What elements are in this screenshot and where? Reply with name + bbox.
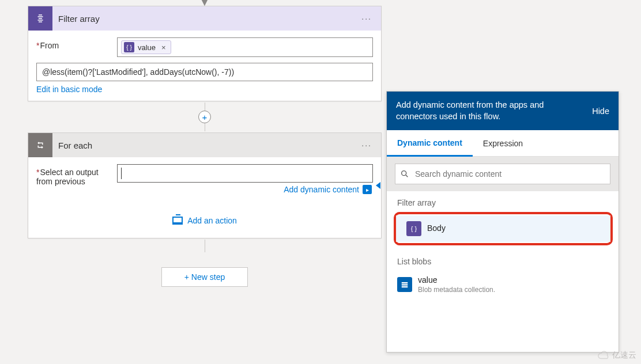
dynamic-content-toggle-icon[interactable]: ▸ [363, 185, 372, 194]
search-icon [400, 169, 409, 179]
select-output-label: *Select an output from previous [36, 164, 117, 186]
tab-dynamic-content[interactable]: Dynamic content [387, 131, 473, 157]
add-action-label: Add an action [187, 216, 237, 225]
add-action-button[interactable]: Add an action [36, 200, 373, 238]
dynamic-content-tabs: Dynamic content Expression [387, 130, 619, 157]
dcp-section-list-blobs: List blobs [387, 250, 619, 270]
dynamic-content-banner: Add dynamic content from the apps and co… [387, 92, 619, 130]
dynamic-content-search-input[interactable] [414, 169, 605, 179]
for-each-header[interactable]: For each ··· [28, 133, 381, 157]
dynamic-content-banner-text: Add dynamic content from the apps and co… [396, 100, 569, 122]
svg-rect-3 [402, 286, 408, 287]
svg-rect-1 [402, 282, 408, 283]
dcp-item-value-desc: Blob metadata collection. [418, 286, 495, 294]
dcp-section-filter-array: Filter array [387, 191, 619, 211]
panel-pointer-icon [376, 182, 380, 189]
for-each-icon [28, 133, 52, 157]
svg-point-0 [402, 171, 406, 176]
annotation-highlight: { } Body [394, 212, 613, 245]
dynamic-content-panel: Add dynamic content from the apps and co… [386, 91, 619, 352]
data-operations-icon: { } [124, 42, 134, 52]
card-menu-button[interactable]: ··· [358, 14, 375, 23]
from-field[interactable]: { } value × [117, 37, 373, 57]
new-step-button[interactable]: + New step [161, 267, 248, 287]
edit-basic-mode-link[interactable]: Edit in basic mode [36, 85, 373, 94]
filter-array-header[interactable]: Filter array ··· [28, 6, 381, 31]
data-operations-icon: { } [406, 221, 421, 236]
connector [17, 240, 392, 252]
dcp-item-body[interactable]: { } Body [396, 215, 610, 242]
for-each-card: For each ··· *Select an output from prev… [28, 132, 382, 238]
hide-panel-button[interactable]: Hide [592, 107, 609, 116]
dcp-item-value-label: value [418, 275, 495, 286]
svg-rect-2 [402, 285, 408, 286]
add-action-icon [172, 217, 183, 225]
insert-step-button[interactable]: + [198, 111, 211, 123]
dynamic-content-search-bar [387, 157, 619, 191]
dynamic-content-search[interactable] [395, 164, 610, 184]
blob-storage-icon [397, 277, 412, 292]
filter-array-title: Filter array [58, 14, 358, 24]
for-each-title: For each [58, 141, 358, 150]
filter-array-icon [28, 6, 52, 31]
filter-array-card: Filter array ··· *From { } value × @less… [28, 6, 382, 101]
remove-token-icon[interactable]: × [161, 43, 166, 52]
watermark: 亿速云 [597, 350, 636, 361]
watermark-text: 亿速云 [612, 350, 636, 361]
text-cursor [121, 168, 122, 179]
add-dynamic-content-link[interactable]: Add dynamic content [284, 185, 359, 194]
value-token[interactable]: { } value × [121, 40, 171, 54]
connector: + [17, 103, 392, 131]
card-menu-button[interactable]: ··· [358, 141, 375, 150]
connector-arrow-icon: ▼ [17, 0, 392, 6]
dcp-item-body-label: Body [427, 223, 446, 234]
select-output-input[interactable] [117, 164, 373, 183]
from-label: *From [36, 37, 117, 50]
dcp-item-value[interactable]: value Blob metadata collection. [387, 270, 619, 300]
cloud-icon [597, 351, 610, 360]
flow-canvas: ▼ Filter array ··· *From { } value × [17, 0, 392, 287]
tab-expression[interactable]: Expression [473, 130, 533, 156]
filter-expression-box[interactable]: @less(item()?['LastModified'], addDays(u… [36, 63, 373, 81]
value-token-label: value [138, 43, 156, 52]
